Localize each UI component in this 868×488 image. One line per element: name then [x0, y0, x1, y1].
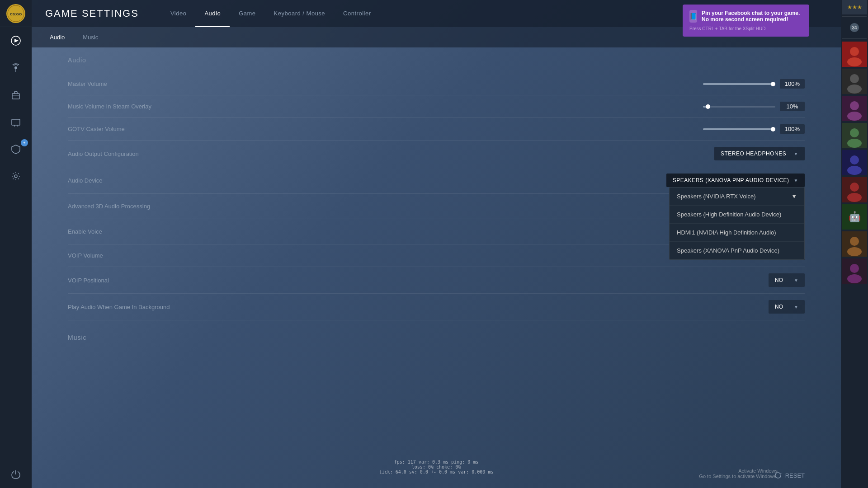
friend-avatar-4[interactable]: [842, 123, 867, 148]
radio-nav-icon[interactable]: [0, 54, 32, 81]
audio-device-value: SPEAKERS (XANOVA PNP AUDIO DEVICE): [673, 177, 789, 183]
gotv-volume-slider[interactable]: [703, 128, 775, 130]
audio-output-chevron: ▼: [794, 151, 798, 156]
avatar-img-7: 🤖: [842, 204, 867, 230]
svg-point-34: [847, 247, 862, 256]
svg-point-4: [14, 66, 17, 69]
briefcase-nav-icon[interactable]: [0, 81, 32, 108]
friend-avatar-9[interactable]: [842, 258, 867, 284]
audio-device-row: Audio Device SPEAKERS (XANOVA PNP AUDIO …: [68, 167, 805, 194]
audio-device-chevron: ▼: [794, 178, 798, 183]
gear-nav-icon[interactable]: [0, 163, 32, 190]
music-volume-slider[interactable]: [703, 106, 775, 108]
notification-popup: 📘 Pin your Facebook chat to your game. N…: [683, 5, 809, 37]
play-bg-audio-control: NO ▼: [769, 300, 805, 314]
audio-option-hdmi1[interactable]: HDMI1 (NVIDIA High Definition Audio): [670, 224, 804, 242]
svg-point-25: [850, 155, 859, 164]
left-sidebar: CS:GO +: [0, 0, 32, 488]
friend-avatar-3[interactable]: [842, 96, 867, 121]
friend-avatar-7[interactable]: 🤖: [842, 204, 867, 230]
tab-audio[interactable]: Audio: [195, 0, 230, 27]
svg-rect-6: [12, 94, 19, 99]
friend-avatar-6[interactable]: [842, 177, 867, 202]
svg-text:CS:GO: CS:GO: [10, 12, 22, 16]
debug-line2: loss: 0% choke: 0%: [379, 465, 494, 469]
svg-point-36: [850, 264, 859, 273]
audio-section-title: Audio: [68, 56, 805, 66]
audio-option-xanova-label: Speakers (XANOVA PnP Audio Device): [677, 247, 779, 254]
master-volume-thumb: [771, 82, 775, 86]
settings-scroll: Audio Master Volume 100% Music Volume In…: [32, 47, 841, 377]
tab-game[interactable]: Game: [230, 0, 264, 27]
advanced-3d-label: Advanced 3D Audio Processing: [68, 203, 769, 210]
shield-nav-icon[interactable]: +: [0, 136, 32, 163]
activate-line2: Go to Settings to activate Windows.: [699, 474, 778, 479]
page-title: GAME SETTINGS: [45, 8, 139, 19]
power-nav-icon[interactable]: [0, 461, 32, 488]
play-bg-audio-chevron: ▼: [794, 305, 798, 310]
avatar-img-3: [842, 96, 867, 121]
master-volume-label: Master Volume: [68, 80, 703, 87]
main-content: 📘 Pin your Facebook chat to your game. N…: [32, 0, 841, 488]
audio-device-control: SPEAKERS (XANOVA PNP AUDIO DEVICE) ▼ Spe…: [666, 174, 805, 187]
play-bg-audio-value: NO: [775, 304, 783, 310]
gotv-volume-label: GOTV Caster Volume: [68, 126, 703, 132]
play-nav-icon[interactable]: [0, 27, 32, 54]
divider-top: [842, 16, 867, 17]
audio-option-nvidia-rtx-label: Speakers (NVIDIA RTX Voice): [677, 193, 756, 200]
audio-output-dropdown[interactable]: STEREO HEADPHONES ▼: [714, 147, 805, 160]
avatar-img-8: [842, 231, 867, 257]
audio-option-nvidia-rtx[interactable]: Speakers (NVIDIA RTX Voice) ▼: [670, 188, 804, 206]
tab-controller[interactable]: Controller: [334, 0, 380, 27]
svg-point-29: [847, 193, 862, 202]
music-volume-label: Music Volume In Steam Overlay: [68, 103, 703, 110]
activate-windows: Activate Windows Go to Settings to activ…: [699, 468, 778, 479]
play-bg-audio-dropdown[interactable]: NO ▼: [769, 300, 805, 314]
svg-point-20: [847, 112, 862, 121]
svg-point-13: [850, 47, 859, 56]
reset-icon: [774, 472, 782, 479]
friend-avatar-5[interactable]: [842, 150, 867, 175]
avatar-img-2: [842, 69, 867, 94]
tab-video[interactable]: Video: [161, 0, 196, 27]
friend-avatar-1[interactable]: [842, 42, 867, 67]
sidebar-bottom: [0, 461, 32, 488]
reset-button[interactable]: RESET: [774, 472, 805, 479]
tv-nav-icon[interactable]: [0, 108, 32, 136]
audio-device-menu: Speakers (NVIDIA RTX Voice) ▼ Speakers (…: [669, 187, 805, 260]
audio-option-hdmi1-label: HDMI1 (NVIDIA High Definition Audio): [677, 229, 776, 236]
logo[interactable]: CS:GO: [0, 0, 32, 27]
svg-point-17: [847, 84, 862, 94]
debug-line1: fps: 117 var: 0.3 ms ping: 0 ms: [379, 460, 494, 465]
audio-option-hd-audio[interactable]: Speakers (High Definition Audio Device): [670, 206, 804, 224]
subtab-music[interactable]: Music: [78, 27, 103, 47]
svg-text:🤖: 🤖: [849, 211, 861, 223]
voip-positional-chevron: ▼: [794, 278, 798, 283]
master-volume-slider[interactable]: [703, 83, 775, 85]
master-volume-value: 100%: [780, 79, 805, 89]
subtab-audio[interactable]: Audio: [45, 27, 69, 47]
play-bg-audio-label: Play Audio When Game In Background: [68, 304, 769, 310]
gotv-volume-control: 100%: [703, 124, 805, 134]
master-volume-control: 100%: [703, 79, 805, 89]
svg-point-28: [850, 183, 859, 192]
tab-keyboard-mouse[interactable]: Keyboard / Mouse: [265, 0, 335, 27]
gotv-volume-fill: [703, 128, 775, 130]
svg-point-11: [14, 175, 17, 178]
music-volume-value: 10%: [780, 102, 805, 111]
friend-avatar-8[interactable]: [842, 231, 867, 257]
friend-avatar-2[interactable]: [842, 69, 867, 94]
voip-positional-control: NO ▼: [769, 273, 805, 287]
csgo-logo: CS:GO: [6, 4, 25, 23]
music-volume-thumb: [706, 104, 710, 109]
svg-point-14: [847, 57, 862, 66]
reset-label: RESET: [785, 472, 805, 479]
music-section-title: Music: [68, 334, 805, 341]
voip-positional-label: VOIP Positional: [68, 277, 769, 284]
audio-device-dropdown[interactable]: SPEAKERS (XANOVA PNP AUDIO DEVICE) ▼: [666, 174, 805, 187]
stars-badge: ★★★: [842, 0, 867, 14]
voip-positional-dropdown[interactable]: NO ▼: [769, 273, 805, 287]
debug-line3: tick: 64.0 sv: 0.0 +- 0.0 ms var: 0.000 …: [379, 469, 494, 474]
notif-header: 📘 Pin your Facebook chat to your game. N…: [689, 10, 802, 23]
audio-option-xanova[interactable]: Speakers (XANOVA PnP Audio Device): [670, 242, 804, 259]
